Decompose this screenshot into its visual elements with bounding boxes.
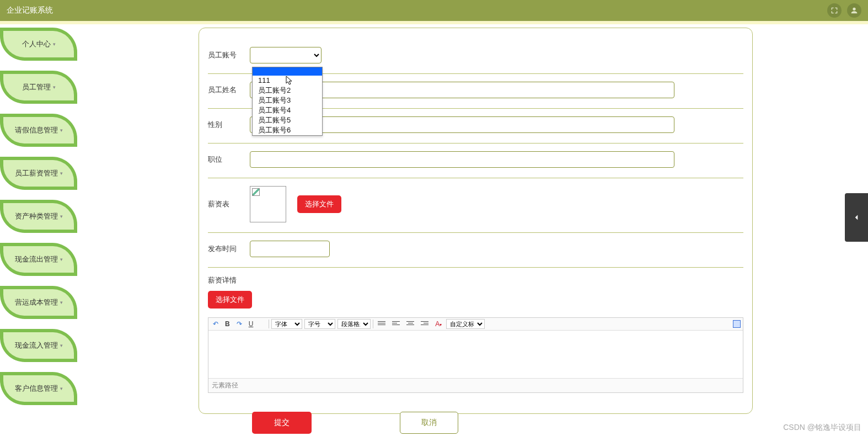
user-icon: [850, 6, 859, 15]
name-label: 员工姓名: [208, 85, 239, 95]
undo-icon[interactable]: ↶: [211, 319, 221, 329]
align-right-icon[interactable]: [419, 319, 431, 329]
choose-file-button-1[interactable]: 选择文件: [297, 195, 341, 213]
align-center-icon[interactable]: [404, 319, 416, 329]
dropdown-option[interactable]: 员工账号6: [253, 125, 322, 135]
sidebar-item-label: 请假信息管理: [15, 125, 58, 135]
chevron-down-icon: ▾: [53, 41, 56, 47]
separator: [269, 320, 269, 328]
editor-status: 元素路径: [208, 378, 743, 392]
chevron-left-icon: [851, 212, 861, 222]
separator: [373, 320, 373, 328]
underline-icon[interactable]: U: [247, 319, 256, 329]
account-select[interactable]: [250, 47, 322, 63]
chevron-down-icon: ▾: [60, 127, 63, 133]
side-collapse-tab[interactable]: [845, 193, 868, 242]
fontcolor-icon[interactable]: A▾: [433, 319, 444, 329]
editor-fullscreen-icon[interactable]: [733, 320, 741, 328]
row-account: 员工账号 111 员工账号2 员工账号3 员工账号4 员工账号5 员工账号6: [208, 39, 743, 74]
publish-time-input[interactable]: [250, 241, 330, 257]
image-placeholder: [250, 186, 286, 222]
position-input[interactable]: [250, 151, 674, 168]
sidebar-item-label: 客户信息管理: [15, 384, 58, 394]
bold-icon[interactable]: B: [223, 319, 232, 329]
chevron-down-icon: ▾: [60, 171, 63, 176]
chevron-down-icon: ▾: [60, 257, 63, 262]
salary-table-label: 薪资表: [208, 199, 239, 209]
account-label: 员工账号: [208, 50, 239, 60]
redo-icon[interactable]: ↷: [234, 319, 244, 329]
cancel-button[interactable]: 取消: [400, 412, 458, 434]
row-salary-table: 薪资表 选择文件: [208, 178, 743, 233]
dropdown-option[interactable]: 员工账号5: [253, 115, 322, 125]
dropdown-option[interactable]: 111: [253, 76, 322, 86]
form-card: 员工账号 111 员工账号2 员工账号3 员工账号4 员工账号5 员工账号6 员…: [199, 28, 753, 414]
sidebar-item-employee-mgmt[interactable]: 员工管理▾: [0, 71, 77, 104]
dropdown-option[interactable]: 员工账号2: [253, 86, 322, 95]
editor-toolbar: ↶ B ↷ U 字体 字号 段落格式 A▾ 自定义标题: [208, 318, 743, 331]
chevron-down-icon: ▾: [60, 386, 63, 391]
app-title: 企业记账系统: [7, 6, 53, 15]
salary-detail-label: 薪资详情: [208, 275, 237, 285]
row-publish-time: 发布时间: [208, 233, 743, 268]
sidebar: 个人中心▾ 员工管理▾ 请假信息管理▾ 员工薪资管理▾ 资产种类管理▾ 现金流出…: [0, 28, 83, 405]
sidebar-item-label: 现金流出管理: [15, 254, 58, 264]
form-actions: 提交 取消: [208, 412, 743, 434]
row-salary-detail: 薪资详情 选择文件 ↶ B ↷ U 字体 字号 段落格式 A▾ 自定义标题: [208, 268, 743, 403]
sidebar-item-personal-center[interactable]: 个人中心▾: [0, 28, 77, 61]
paragraph-select[interactable]: 段落格式: [337, 319, 371, 329]
sidebar-item-cashin-mgmt[interactable]: 现金流入管理▾: [0, 329, 77, 362]
sidebar-item-cashout-mgmt[interactable]: 现金流出管理▾: [0, 243, 77, 276]
align-left-icon[interactable]: [390, 319, 402, 329]
accent-bar: [0, 21, 868, 24]
align-justify-icon[interactable]: [376, 319, 388, 329]
header-bar: 企业记账系统: [0, 0, 868, 21]
position-label: 职位: [208, 155, 239, 164]
row-position: 职位: [208, 143, 743, 178]
account-dropdown: 111 员工账号2 员工账号3 员工账号4 员工账号5 员工账号6: [252, 67, 323, 136]
editor-textarea[interactable]: [208, 331, 743, 378]
sidebar-item-opex-mgmt[interactable]: 营运成本管理▾: [0, 286, 77, 319]
sidebar-item-salary-mgmt[interactable]: 员工薪资管理▾: [0, 157, 77, 190]
size-select[interactable]: 字号: [304, 319, 335, 329]
sidebar-item-label: 员工管理: [22, 82, 51, 92]
sidebar-item-customer-mgmt[interactable]: 客户信息管理▾: [0, 372, 77, 405]
choose-file-button-2[interactable]: 选择文件: [208, 291, 252, 309]
dropdown-option-blank[interactable]: [253, 67, 322, 76]
gender-label: 性别: [208, 120, 239, 130]
expand-icon: [830, 6, 839, 15]
sidebar-item-label: 个人中心: [22, 39, 51, 49]
font-select[interactable]: 字体: [271, 319, 302, 329]
chevron-down-icon: ▾: [53, 84, 56, 90]
hr-icon[interactable]: [258, 323, 266, 325]
chevron-down-icon: ▾: [60, 343, 63, 348]
custom-title-select[interactable]: 自定义标题: [446, 319, 485, 329]
chevron-down-icon: ▾: [60, 300, 63, 305]
rich-editor: ↶ B ↷ U 字体 字号 段落格式 A▾ 自定义标题 元素路径: [208, 317, 743, 393]
publish-time-label: 发布时间: [208, 244, 239, 254]
user-button[interactable]: [847, 3, 861, 18]
sidebar-item-label: 现金流入管理: [15, 341, 58, 350]
submit-button[interactable]: 提交: [252, 412, 312, 434]
sidebar-item-label: 资产种类管理: [15, 211, 58, 221]
dropdown-option[interactable]: 员工账号4: [253, 105, 322, 115]
watermark: CSDN @铭逸毕设项目: [783, 423, 861, 433]
header-right: [827, 3, 861, 18]
sidebar-item-label: 员工薪资管理: [15, 168, 58, 178]
dropdown-option[interactable]: 员工账号3: [253, 95, 322, 105]
sidebar-item-label: 营运成本管理: [15, 297, 58, 307]
sidebar-item-asset-mgmt[interactable]: 资产种类管理▾: [0, 200, 77, 233]
chevron-down-icon: ▾: [60, 214, 63, 219]
fullscreen-button[interactable]: [827, 3, 842, 18]
sidebar-item-leave-mgmt[interactable]: 请假信息管理▾: [0, 114, 77, 147]
